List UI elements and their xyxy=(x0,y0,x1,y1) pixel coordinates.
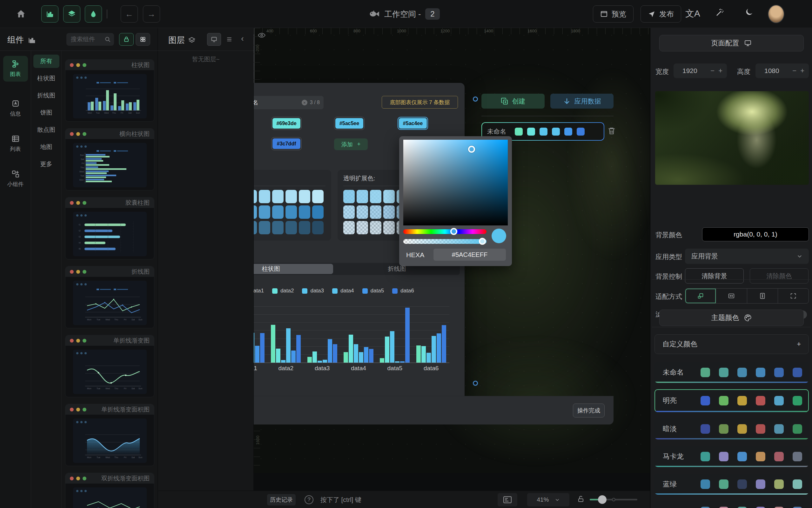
bar-data2-data3[interactable] xyxy=(312,351,317,363)
legend-item-data3[interactable]: data3 xyxy=(302,288,324,294)
saturation-cursor[interactable] xyxy=(468,146,475,153)
bar-data5-data1[interactable] xyxy=(255,346,259,363)
apply-data-button[interactable]: 应用数据 xyxy=(550,94,613,109)
transparent-color-swatch[interactable] xyxy=(370,205,381,219)
hue-handle[interactable] xyxy=(450,228,457,235)
done-button[interactable]: 操作完成 xyxy=(573,404,605,418)
height-value[interactable]: 1080 xyxy=(760,67,788,75)
bar-data6-data6[interactable] xyxy=(442,325,446,363)
redo-button[interactable]: → xyxy=(143,5,160,23)
magic-wand-icon[interactable] xyxy=(715,8,725,17)
theme-row-马卡龙[interactable]: 马卡龙 xyxy=(654,446,809,467)
toolbox-charts-button[interactable] xyxy=(41,5,58,23)
add-color-button[interactable]: 添加 + xyxy=(334,138,368,150)
category-item-2[interactable]: 柱状图 xyxy=(33,72,59,85)
extended-color-swatch[interactable] xyxy=(312,205,324,219)
bar-data3-data4[interactable] xyxy=(354,344,358,363)
hue-slider[interactable] xyxy=(403,229,486,234)
theme-row-明亮[interactable]: 明亮 xyxy=(654,389,809,412)
width-value[interactable]: 1920 xyxy=(678,67,707,75)
extended-color-swatch[interactable] xyxy=(286,205,297,219)
sidebar-tab-charts[interactable]: 图表 xyxy=(3,56,28,82)
clear-background-button[interactable]: 清除背景 xyxy=(685,268,744,284)
bar-data6-data3[interactable] xyxy=(333,344,337,363)
component-card-capsule[interactable]: 胶囊柱图 t1t2t3t4t5 xyxy=(65,197,154,259)
transparent-color-swatch[interactable] xyxy=(343,190,355,203)
sidebar-tab-info[interactable]: 信息 xyxy=(3,95,28,121)
layers-view-list-button[interactable] xyxy=(222,33,236,46)
hexa-input[interactable]: #5AC4EEFF xyxy=(433,249,506,261)
selection-handle-top[interactable] xyxy=(473,96,478,101)
extended-color-swatch[interactable] xyxy=(259,205,270,219)
create-theme-button[interactable]: 创建 xyxy=(481,94,545,109)
legend-item-data6[interactable]: data6 xyxy=(392,288,414,294)
height-stepper[interactable]: 1080 − + xyxy=(756,64,809,78)
component-card-line[interactable]: 折线图 MonTueWedThuFriSatSun xyxy=(65,266,154,328)
bar-data5-data6[interactable] xyxy=(437,333,441,363)
avatar[interactable] xyxy=(768,5,784,23)
transparent-color-swatch[interactable] xyxy=(383,190,395,203)
bar-data4-data5[interactable] xyxy=(395,361,399,363)
legend-item-data5[interactable]: data5 xyxy=(362,288,384,294)
component-card-bar[interactable]: 柱状图 MonTueWedThuFriSatSun xyxy=(65,59,154,122)
selection-handle-bottom[interactable] xyxy=(473,381,478,386)
bar-data1-data4[interactable] xyxy=(344,352,348,363)
legend-item-data4[interactable]: data4 xyxy=(332,288,354,294)
extended-color-swatch[interactable] xyxy=(299,190,310,203)
language-icon[interactable]: 文A xyxy=(685,8,700,20)
grid-view-button[interactable] xyxy=(136,33,150,46)
transparent-color-swatch[interactable] xyxy=(357,190,368,203)
bar-data6-data1[interactable] xyxy=(260,333,264,363)
category-item-4[interactable]: 饼图 xyxy=(33,106,59,119)
transparent-color-swatch[interactable] xyxy=(343,205,355,219)
bar-data6-data5[interactable] xyxy=(405,308,410,363)
extended-color-swatch[interactable] xyxy=(312,221,324,234)
dark-mode-moon-icon[interactable] xyxy=(745,8,754,16)
clear-input-icon[interactable]: × xyxy=(302,100,307,105)
saturation-area[interactable] xyxy=(403,140,508,225)
bar-data3-data2[interactable] xyxy=(281,360,286,363)
bar-data6-data2[interactable] xyxy=(296,335,301,363)
fit-mode-width[interactable] xyxy=(716,289,747,303)
color-chip-#69e3de[interactable]: #69e3de xyxy=(271,117,302,130)
extended-color-swatch[interactable] xyxy=(299,205,310,219)
theme-row-未命名[interactable]: 未命名 xyxy=(654,362,809,383)
bar-data2-data5[interactable] xyxy=(385,337,389,363)
lock-filter-button[interactable] xyxy=(119,33,134,46)
fit-mode-height[interactable] xyxy=(747,289,778,303)
extended-color-swatch[interactable] xyxy=(286,190,297,203)
bar-data5-data5[interactable] xyxy=(400,361,404,363)
bar-data1-data5[interactable] xyxy=(380,358,384,363)
extended-color-swatch[interactable] xyxy=(286,221,297,234)
search-input[interactable]: 搜索组件 xyxy=(67,33,114,46)
theme-row-暗淡[interactable]: 暗淡 xyxy=(654,419,809,439)
plus-icon[interactable]: + xyxy=(797,340,801,348)
bar-data3-data5[interactable] xyxy=(390,331,394,363)
bar-data5-data2[interactable] xyxy=(291,350,296,363)
theme-row-蓝绿[interactable]: 蓝绿 xyxy=(654,474,809,495)
component-card-gradient-line[interactable]: 单折线渐变图 MonTueWedThuFriSatSun xyxy=(65,335,154,397)
bg-color-input[interactable]: rgba(0, 0, 0, 1) xyxy=(702,227,809,241)
alpha-slider[interactable] xyxy=(403,239,486,244)
bar-data2-data2[interactable] xyxy=(276,349,281,363)
bar-data2-data6[interactable] xyxy=(421,346,426,363)
publish-button[interactable]: 发布 xyxy=(641,5,681,23)
layers-view-thumbnail-button[interactable] xyxy=(207,33,221,46)
category-item-6[interactable]: 地图 xyxy=(33,140,59,154)
category-item-7[interactable]: 更多 xyxy=(33,158,59,171)
extended-color-swatch[interactable] xyxy=(312,190,324,203)
alpha-handle[interactable] xyxy=(479,238,486,245)
minus-icon[interactable]: − xyxy=(711,67,715,75)
component-card-hbar[interactable]: 横向柱状图 SunSatFriThuWedTueMon xyxy=(65,128,154,190)
sidebar-tab-widgets[interactable]: 小组件 xyxy=(3,166,28,192)
zoom-slider-handle[interactable] xyxy=(598,495,606,504)
eye-icon[interactable] xyxy=(258,31,266,39)
extended-color-swatch[interactable] xyxy=(272,190,284,203)
bar-data4-data4[interactable] xyxy=(359,352,363,363)
sidebar-tab-list[interactable]: 列表 xyxy=(3,131,28,157)
transparent-color-swatch[interactable] xyxy=(383,205,395,219)
extended-color-swatch[interactable] xyxy=(259,221,270,234)
toolbox-theme-button[interactable] xyxy=(85,5,102,23)
color-chip-#3c7ddf[interactable]: #3c7ddf xyxy=(271,137,302,150)
bar-data4-data2[interactable] xyxy=(286,328,291,363)
